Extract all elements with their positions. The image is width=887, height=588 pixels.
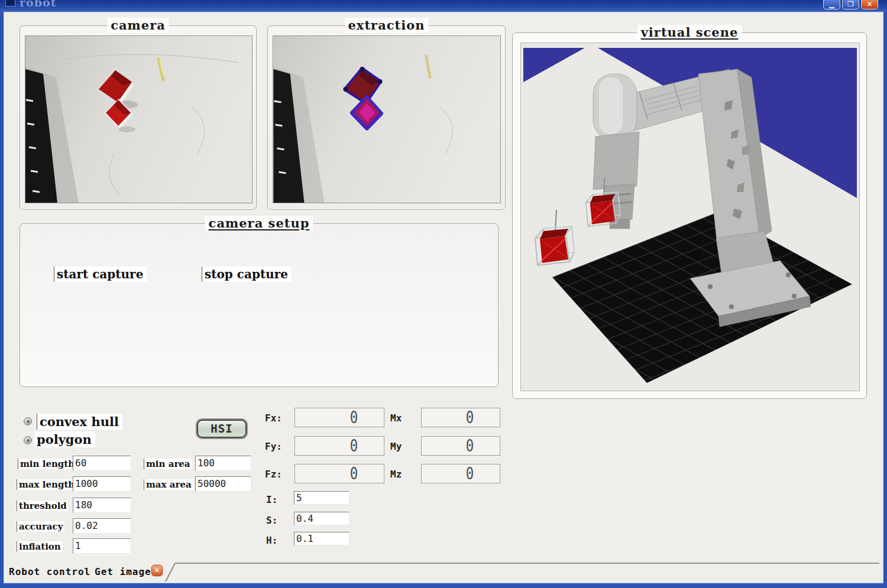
virtual-scene-group-title: virtual scene — [637, 25, 742, 40]
extraction-result-image — [273, 35, 501, 203]
mz-readout: 0 — [421, 464, 500, 483]
tab-close-button[interactable]: ✕ — [151, 565, 163, 576]
i-label: I: — [266, 494, 277, 505]
polygon-label[interactable]: polygon — [34, 431, 95, 447]
virtual-scene-group: virtual scene — [512, 33, 867, 399]
max-length-label: max length — [17, 479, 76, 490]
tab-close-icon: ✕ — [154, 566, 160, 574]
maximize-button[interactable]: ❐ — [842, 0, 859, 9]
fz-readout: 0 — [294, 464, 384, 483]
my-readout: 0 — [421, 436, 500, 456]
extraction-group-title: extraction — [345, 18, 429, 33]
h-label: H: — [266, 535, 277, 546]
fy-label: Fy: — [265, 441, 282, 452]
fy-readout: 0 — [294, 436, 384, 456]
threshold-label: threshold — [17, 501, 69, 511]
accuracy-label: accuracy — [17, 521, 64, 532]
minimize-icon: ▁ — [824, 0, 840, 8]
convex-hull-label[interactable]: convex hull — [37, 414, 122, 430]
i-input[interactable]: 5 — [294, 491, 349, 505]
camera-feed-image — [25, 35, 252, 203]
min-length-input[interactable]: 60 — [73, 456, 131, 471]
hsi-button[interactable]: HSI — [197, 420, 247, 438]
window-title: robot — [20, 0, 56, 9]
max-length-input[interactable]: 1000 — [73, 476, 131, 492]
camera-group: camera — [20, 25, 257, 210]
app-icon — [5, 0, 15, 7]
threshold-input[interactable]: 180 — [73, 498, 131, 513]
my-label: My — [390, 441, 402, 452]
accuracy-input[interactable]: 0.02 — [73, 518, 131, 534]
mx-readout: 0 — [421, 408, 500, 427]
virtual-scene-3d-view[interactable] — [520, 43, 860, 391]
close-icon: ✕ — [862, 0, 878, 8]
app-window: robot ▁ ❐ ✕ camera — [0, 0, 887, 588]
camera-group-title: camera — [107, 18, 169, 33]
inflation-input[interactable]: 1 — [73, 538, 131, 554]
tab-robot-control[interactable]: Robot control — [9, 566, 90, 577]
title-bar: robot ▁ ❐ ✕ — [0, 0, 887, 12]
polygon-radio[interactable] — [24, 436, 32, 444]
max-area-label: max area — [144, 479, 193, 490]
mz-label: Mz — [390, 469, 402, 480]
mx-label: Mx — [390, 412, 402, 424]
extraction-group: extraction — [267, 25, 506, 210]
minimize-button[interactable]: ▁ — [823, 0, 840, 9]
camera-setup-group: camera setup start capture stop capture — [20, 223, 498, 387]
min-length-label: min length — [18, 459, 76, 469]
h-input[interactable]: 0.1 — [294, 532, 349, 545]
stop-capture-button[interactable]: stop capture — [202, 267, 292, 282]
s-input[interactable]: 0.4 — [294, 512, 349, 525]
fz-label: Fz: — [265, 469, 282, 480]
camera-setup-group-title: camera setup — [205, 216, 313, 230]
fx-label: Fx: — [265, 412, 282, 424]
tab-get-image[interactable]: Get image — [95, 566, 151, 577]
inflation-label: inflation — [17, 541, 63, 552]
maximize-icon: ❐ — [843, 0, 859, 8]
min-area-label: min area — [144, 459, 192, 469]
close-button[interactable]: ✕ — [861, 0, 878, 9]
min-area-input[interactable]: 100 — [195, 456, 251, 471]
convex-hull-radio[interactable] — [24, 417, 32, 425]
fx-readout: 0 — [294, 408, 384, 427]
start-capture-button[interactable]: start capture — [54, 267, 147, 282]
s-label: S: — [266, 515, 277, 526]
max-area-input[interactable]: 50000 — [195, 476, 251, 492]
